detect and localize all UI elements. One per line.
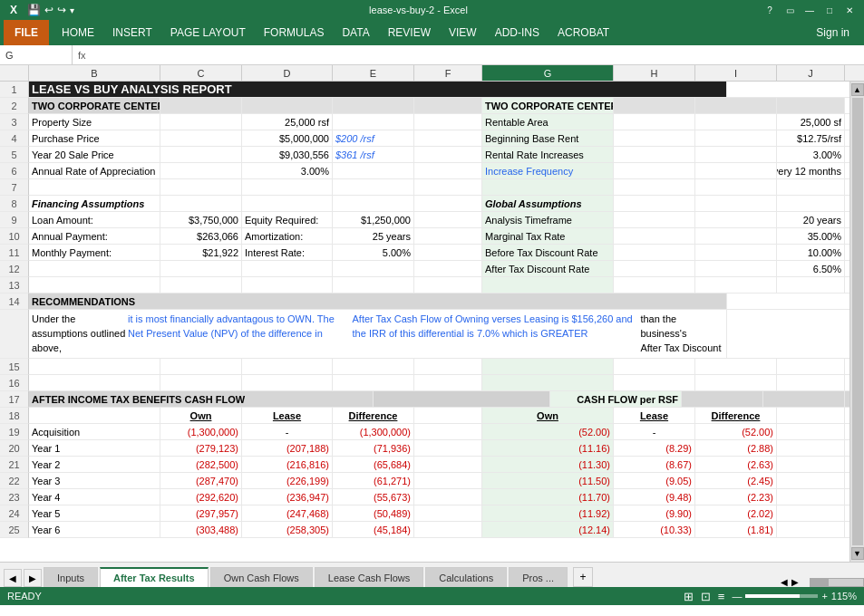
cell-b1[interactable]: LEASE VS BUY ANALYSIS REPORT xyxy=(29,82,727,97)
cell-b15[interactable] xyxy=(29,359,160,374)
cell-d25[interactable]: (258,305) xyxy=(242,522,333,537)
cell-d16[interactable] xyxy=(242,375,333,390)
tab-pros[interactable]: Pros ... xyxy=(509,567,568,587)
cell-e12[interactable] xyxy=(333,261,414,276)
quick-access-save[interactable]: 💾 xyxy=(27,4,41,16)
cell-j4[interactable]: $12.75/rsf xyxy=(777,130,845,146)
cell-e9[interactable]: $1,250,000 xyxy=(333,212,414,227)
cell-c10[interactable]: $263,066 xyxy=(160,228,242,244)
cell-c23[interactable]: (292,620) xyxy=(160,489,242,505)
cell-j21[interactable] xyxy=(777,457,845,472)
cell-e3[interactable] xyxy=(333,114,414,130)
cell-b7[interactable] xyxy=(29,179,160,195)
help-button[interactable]: ? xyxy=(762,3,777,17)
cell-f24[interactable] xyxy=(414,505,482,521)
acrobat-menu[interactable]: ACROBAT xyxy=(548,20,618,45)
maximize-button[interactable]: □ xyxy=(822,3,837,17)
zoom-in-button[interactable]: + xyxy=(821,591,827,602)
cell-d6[interactable]: 3.00% xyxy=(242,163,333,178)
col-header-h[interactable]: H xyxy=(614,65,695,81)
cell-g24[interactable]: (11.92) xyxy=(482,505,614,521)
cell-d5[interactable]: $9,030,556 xyxy=(242,147,333,162)
cell-e7[interactable] xyxy=(333,179,414,195)
cell-c6[interactable] xyxy=(160,163,242,178)
cell-b16[interactable] xyxy=(29,375,160,390)
cell-g10[interactable]: Marginal Tax Rate xyxy=(482,228,614,244)
cell-c8[interactable] xyxy=(160,196,242,211)
cell-h18[interactable]: Lease xyxy=(614,408,695,423)
cell-g9[interactable]: Analysis Timeframe xyxy=(482,212,614,227)
cell-b17[interactable]: AFTER INCOME TAX BENEFITS CASH FLOW xyxy=(29,391,374,407)
tab-scroll-right[interactable]: ▶ xyxy=(24,569,42,587)
cell-g16[interactable] xyxy=(482,375,614,390)
cell-h21[interactable]: (8.67) xyxy=(614,457,695,472)
cell-d9[interactable]: Equity Required: xyxy=(242,212,333,227)
col-header-d[interactable]: D xyxy=(242,65,333,81)
cell-c4[interactable] xyxy=(160,130,242,146)
cell-h11[interactable] xyxy=(614,245,695,260)
cell-d13[interactable] xyxy=(242,277,333,293)
cell-i24[interactable]: (2.02) xyxy=(695,505,777,521)
cell-b3[interactable]: Property Size xyxy=(29,114,160,130)
cell-g8[interactable]: Global Assumptions xyxy=(482,196,614,211)
cell-i15[interactable] xyxy=(695,359,777,374)
cell-e16[interactable] xyxy=(333,375,414,390)
cell-d18[interactable]: Lease xyxy=(242,408,333,423)
cell-e18[interactable]: Difference xyxy=(333,408,414,423)
cell-h6[interactable] xyxy=(614,163,695,178)
cell-b11[interactable]: Monthly Payment: xyxy=(29,245,160,260)
sheet-view-layout[interactable]: ⊡ xyxy=(701,590,711,603)
cell-c18[interactable]: Own xyxy=(160,408,242,423)
rownum-5[interactable]: 5 xyxy=(0,147,29,163)
rownum-19[interactable]: 19 xyxy=(0,424,29,440)
cell-f5[interactable] xyxy=(414,147,482,162)
cell-j10[interactable]: 35.00% xyxy=(777,228,845,244)
cell-g5[interactable]: Rental Rate Increases xyxy=(482,147,614,162)
cell-i17[interactable] xyxy=(763,391,845,407)
cell-h22[interactable]: (9.05) xyxy=(614,473,695,488)
cell-f15[interactable] xyxy=(414,359,482,374)
rownum-1[interactable]: 1 xyxy=(0,82,29,98)
rownum-11[interactable]: 11 xyxy=(0,245,29,261)
cell-g13[interactable] xyxy=(482,277,614,293)
rownum-25[interactable]: 25 xyxy=(0,522,29,538)
cell-g3[interactable]: Rentable Area xyxy=(482,114,614,130)
cell-j7[interactable] xyxy=(777,179,845,195)
col-header-i[interactable]: I xyxy=(695,65,777,81)
cell-c25[interactable]: (303,488) xyxy=(160,522,242,537)
cell-i16[interactable] xyxy=(695,375,777,390)
zoom-level[interactable]: 115% xyxy=(831,591,857,602)
cell-i9[interactable] xyxy=(695,212,777,227)
cell-h4[interactable] xyxy=(614,130,695,146)
cell-f9[interactable] xyxy=(414,212,482,227)
cell-b14[interactable]: RECOMMENDATIONS xyxy=(29,294,727,309)
col-header-g[interactable]: G xyxy=(482,65,614,81)
scroll-down-button[interactable]: ▼ xyxy=(851,547,864,560)
rownum-9[interactable]: 9 xyxy=(0,212,29,228)
rownum-14[interactable]: 14 xyxy=(0,294,29,310)
rownum-23[interactable]: 23 xyxy=(0,489,29,505)
cell-g7[interactable] xyxy=(482,179,614,195)
cell-b25[interactable]: Year 6 xyxy=(29,522,160,537)
zoom-out-button[interactable]: — xyxy=(732,591,742,602)
cell-f4[interactable] xyxy=(414,130,482,146)
cell-h12[interactable] xyxy=(614,261,695,276)
cell-d19[interactable]: - xyxy=(242,424,333,439)
cell-e8[interactable] xyxy=(333,196,414,211)
minimize-button[interactable]: — xyxy=(802,3,817,17)
cell-h25[interactable]: (10.33) xyxy=(614,522,695,537)
cell-g19[interactable]: (52.00) xyxy=(482,424,614,439)
cell-i12[interactable] xyxy=(695,261,777,276)
cell-d15[interactable] xyxy=(242,359,333,374)
tab-inputs[interactable]: Inputs xyxy=(44,567,98,587)
cell-g4[interactable]: Beginning Base Rent xyxy=(482,130,614,146)
cell-c24[interactable]: (297,957) xyxy=(160,505,242,521)
cell-c3[interactable] xyxy=(160,114,242,130)
sheet-view-page-break[interactable]: ≡ xyxy=(718,590,725,603)
cell-e15[interactable] xyxy=(333,359,414,374)
cell-d20[interactable]: (207,188) xyxy=(242,440,333,456)
rownum-3[interactable]: 3 xyxy=(0,114,29,130)
cell-f16[interactable] xyxy=(414,375,482,390)
cell-g17[interactable]: CASH FLOW per RSF xyxy=(550,391,682,407)
page-layout-menu[interactable]: PAGE LAYOUT xyxy=(161,20,255,45)
